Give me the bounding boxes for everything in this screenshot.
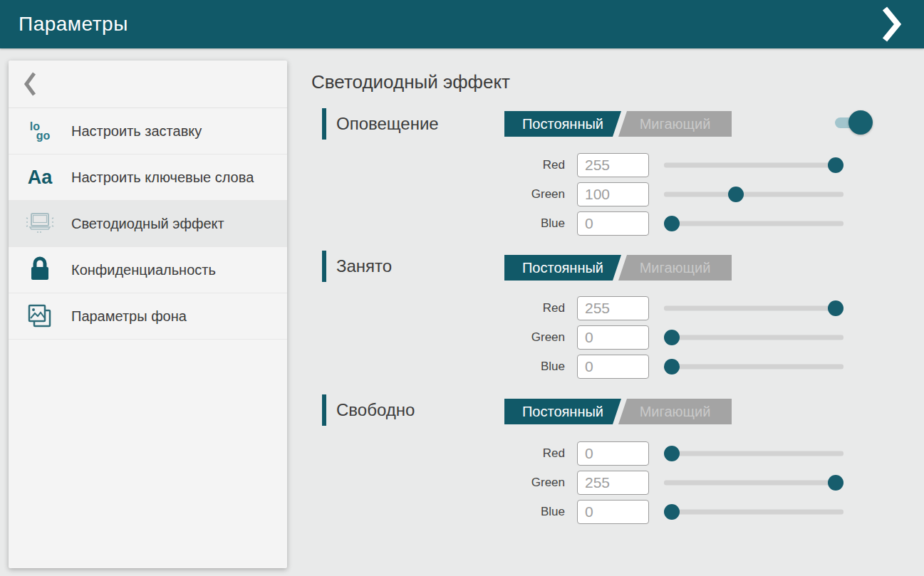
mode-switch-notification: Постоянный Мигающий [504, 111, 732, 137]
red-value-input[interactable] [577, 441, 649, 466]
logo-icon: logo [9, 122, 71, 140]
green-slider[interactable] [664, 468, 843, 497]
rgb-controls-busy: Red Green Blue [504, 293, 845, 381]
red-row: Red [504, 293, 845, 323]
sidebar-item-background[interactable]: Параметры фона [9, 293, 287, 340]
slider-thumb[interactable] [828, 475, 843, 491]
mode-constant-button[interactable]: Постоянный [504, 399, 621, 424]
mode-switch-free: Постоянный Мигающий [504, 399, 732, 424]
blue-label: Blue [504, 505, 565, 519]
mode-constant-button[interactable]: Постоянный [504, 111, 621, 137]
slider-track [664, 192, 843, 197]
text-aa-icon: Aa [9, 167, 71, 189]
lock-icon [9, 256, 71, 284]
sidebar-item-keywords[interactable]: Aa Настроить ключевые слова [9, 155, 287, 201]
sidebar-item-label: Конфиденциальность [71, 261, 216, 279]
rgb-controls-notification: Red Green Blue [504, 150, 845, 238]
slider-track [664, 451, 843, 456]
red-slider[interactable] [664, 150, 843, 179]
green-label: Green [504, 476, 565, 490]
mode-blinking-button[interactable]: Мигающий [618, 399, 732, 424]
images-icon [9, 301, 71, 331]
slider-track [664, 509, 843, 514]
red-slider[interactable] [664, 293, 843, 323]
settings-page: Параметры logo Настроить заставку Aa Нас… [0, 0, 924, 576]
sidebar-item-label: Настроить заставку [71, 122, 202, 140]
slider-track [664, 162, 843, 167]
led-display-icon [9, 209, 71, 238]
green-slider[interactable] [664, 323, 843, 352]
mode-blinking-button[interactable]: Мигающий [618, 111, 732, 137]
blue-value-input[interactable] [577, 355, 649, 379]
blue-row: Blue [504, 209, 845, 238]
notification-enabled-toggle[interactable] [835, 110, 873, 135]
red-row: Red [504, 150, 845, 179]
blue-label: Blue [504, 216, 565, 231]
slider-thumb[interactable] [664, 446, 680, 461]
blue-row: Blue [504, 352, 845, 381]
green-row: Green [504, 179, 845, 209]
mode-constant-button[interactable]: Постоянный [504, 255, 621, 281]
section-accent-bar [322, 108, 326, 140]
blue-slider[interactable] [664, 497, 843, 526]
blue-slider[interactable] [664, 352, 843, 381]
mode-switch-busy: Постоянный Мигающий [504, 255, 732, 281]
green-label: Green [504, 330, 565, 345]
red-value-input[interactable] [577, 153, 649, 177]
green-row: Green [504, 323, 845, 352]
green-label: Green [504, 187, 565, 201]
content-title: Светодиодный эффект [311, 71, 510, 93]
slider-track [664, 480, 843, 485]
sidebar-collapse-button[interactable] [9, 61, 287, 108]
sidebar-item-label: Светодиодный эффект [71, 214, 224, 233]
blue-row: Blue [504, 497, 845, 526]
sidebar-item-label: Параметры фона [71, 307, 187, 325]
settings-sidebar: logo Настроить заставку Aa Настроить клю… [9, 61, 287, 568]
red-label: Red [504, 446, 565, 461]
slider-thumb[interactable] [664, 359, 680, 375]
section-accent-bar [322, 394, 326, 426]
app-header: Параметры [0, 0, 924, 48]
back-chevron-icon [23, 70, 37, 98]
slider-track [664, 221, 843, 226]
page-title: Параметры [19, 13, 128, 36]
slider-thumb[interactable] [828, 300, 843, 316]
slider-thumb[interactable] [828, 157, 843, 173]
mode-blinking-button[interactable]: Мигающий [618, 255, 732, 281]
rgb-controls-free: Red Green Blue [504, 439, 845, 526]
red-slider[interactable] [664, 439, 843, 468]
section-title-notification: Оповещение [336, 108, 439, 140]
slider-thumb[interactable] [664, 330, 680, 345]
slider-thumb[interactable] [664, 504, 680, 520]
green-slider[interactable] [664, 179, 843, 209]
blue-value-input[interactable] [577, 211, 649, 236]
blue-slider[interactable] [664, 209, 843, 238]
green-row: Green [504, 468, 845, 497]
green-value-input[interactable] [577, 182, 649, 206]
slider-thumb[interactable] [664, 216, 680, 231]
sidebar-item-label: Настроить ключевые слова [71, 168, 254, 187]
section-title-free: Свободно [336, 394, 415, 426]
red-value-input[interactable] [577, 296, 649, 320]
sidebar-item-splash-screen[interactable]: logo Настроить заставку [9, 108, 287, 155]
slider-track [664, 335, 843, 340]
green-value-input[interactable] [577, 471, 649, 495]
red-label: Red [504, 301, 565, 315]
red-label: Red [504, 158, 565, 172]
red-row: Red [504, 439, 845, 468]
sidebar-item-led-effect[interactable]: Светодиодный эффект [9, 201, 287, 247]
forward-chevron-icon[interactable] [877, 4, 905, 44]
blue-label: Blue [504, 360, 565, 374]
toggle-thumb[interactable] [848, 110, 873, 135]
sidebar-item-privacy[interactable]: Конфиденциальность [9, 247, 287, 293]
green-value-input[interactable] [577, 325, 649, 350]
section-accent-bar [322, 251, 326, 282]
slider-track [664, 305, 843, 310]
slider-track [664, 364, 843, 369]
blue-value-input[interactable] [577, 500, 649, 524]
slider-thumb[interactable] [728, 187, 744, 202]
section-title-busy: Занято [336, 251, 392, 282]
